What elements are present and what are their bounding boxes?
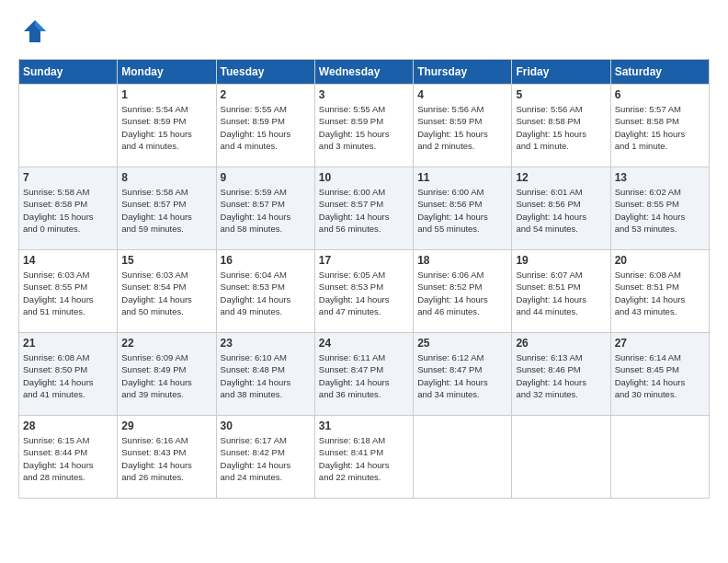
day-info: Sunrise: 5:58 AM Sunset: 8:58 PM Dayligh… [23,186,113,235]
day-number: 2 [221,88,311,101]
day-info: Sunrise: 6:17 AM Sunset: 8:42 PM Dayligh… [221,434,311,483]
day-number: 9 [221,171,311,184]
calendar-cell: 18Sunrise: 6:06 AM Sunset: 8:52 PM Dayli… [414,250,512,333]
day-info: Sunrise: 5:56 AM Sunset: 8:59 PM Dayligh… [417,103,507,152]
logo-icon [22,18,48,44]
calendar-cell: 28Sunrise: 6:15 AM Sunset: 8:44 PM Dayli… [19,416,118,499]
day-info: Sunrise: 6:08 AM Sunset: 8:51 PM Dayligh… [615,269,705,317]
day-info: Sunrise: 6:09 AM Sunset: 8:49 PM Dayligh… [121,351,211,400]
day-number: 4 [417,88,507,101]
calendar-week-row: 28Sunrise: 6:15 AM Sunset: 8:44 PM Dayli… [19,416,710,499]
day-info: Sunrise: 6:00 AM Sunset: 8:57 PM Dayligh… [319,186,409,235]
day-number: 5 [516,88,606,101]
day-number: 8 [121,171,211,184]
day-number: 26 [516,337,606,350]
day-info: Sunrise: 5:55 AM Sunset: 8:59 PM Dayligh… [319,103,409,152]
day-number: 3 [319,88,409,101]
calendar-cell: 31Sunrise: 6:18 AM Sunset: 8:41 PM Dayli… [314,416,413,499]
calendar-cell: 25Sunrise: 6:12 AM Sunset: 8:47 PM Dayli… [414,333,512,416]
day-number: 16 [221,254,311,267]
day-info: Sunrise: 6:16 AM Sunset: 8:43 PM Dayligh… [121,434,211,483]
col-header-sunday: Sunday [19,60,118,85]
day-info: Sunrise: 5:59 AM Sunset: 8:57 PM Dayligh… [221,186,311,235]
col-header-saturday: Saturday [610,60,709,85]
col-header-monday: Monday [118,60,216,85]
day-info: Sunrise: 6:15 AM Sunset: 8:44 PM Dayligh… [23,434,113,483]
day-number: 13 [615,171,705,184]
calendar-cell: 21Sunrise: 6:08 AM Sunset: 8:50 PM Dayli… [19,333,118,416]
calendar-cell: 1Sunrise: 5:54 AM Sunset: 8:59 PM Daylig… [118,85,216,167]
day-info: Sunrise: 6:10 AM Sunset: 8:48 PM Dayligh… [221,351,311,400]
day-number: 29 [121,419,211,432]
col-header-tuesday: Tuesday [216,60,314,85]
day-info: Sunrise: 6:01 AM Sunset: 8:56 PM Dayligh… [516,186,606,235]
calendar-cell: 22Sunrise: 6:09 AM Sunset: 8:49 PM Dayli… [118,333,216,416]
day-info: Sunrise: 6:12 AM Sunset: 8:47 PM Dayligh… [417,351,507,400]
calendar-cell: 5Sunrise: 5:56 AM Sunset: 8:58 PM Daylig… [512,85,610,167]
calendar-cell: 26Sunrise: 6:13 AM Sunset: 8:46 PM Dayli… [512,333,610,416]
page-header [18,18,710,44]
day-info: Sunrise: 6:18 AM Sunset: 8:41 PM Dayligh… [319,434,409,483]
day-number: 1 [121,88,211,101]
day-number: 30 [221,419,311,432]
day-number: 15 [121,254,211,267]
day-number: 28 [23,419,113,432]
day-info: Sunrise: 6:13 AM Sunset: 8:46 PM Dayligh… [516,351,606,400]
calendar-cell: 6Sunrise: 5:57 AM Sunset: 8:58 PM Daylig… [610,85,709,167]
calendar-cell: 16Sunrise: 6:04 AM Sunset: 8:53 PM Dayli… [216,250,314,333]
day-number: 31 [319,419,409,432]
calendar-cell: 4Sunrise: 5:56 AM Sunset: 8:59 PM Daylig… [414,85,512,167]
day-info: Sunrise: 6:03 AM Sunset: 8:55 PM Dayligh… [23,269,113,317]
calendar-cell [414,416,512,499]
calendar-week-row: 14Sunrise: 6:03 AM Sunset: 8:55 PM Dayli… [19,250,710,333]
calendar-cell: 24Sunrise: 6:11 AM Sunset: 8:47 PM Dayli… [314,333,413,416]
day-number: 23 [221,337,311,350]
day-info: Sunrise: 6:04 AM Sunset: 8:53 PM Dayligh… [221,269,311,317]
day-number: 24 [319,337,409,350]
calendar-cell: 14Sunrise: 6:03 AM Sunset: 8:55 PM Dayli… [19,250,118,333]
calendar-table: SundayMondayTuesdayWednesdayThursdayFrid… [18,59,710,499]
day-info: Sunrise: 5:56 AM Sunset: 8:58 PM Dayligh… [516,103,606,152]
calendar-cell: 27Sunrise: 6:14 AM Sunset: 8:45 PM Dayli… [610,333,709,416]
day-number: 21 [23,337,113,350]
calendar-cell: 20Sunrise: 6:08 AM Sunset: 8:51 PM Dayli… [610,250,709,333]
day-number: 18 [417,254,507,267]
calendar-cell: 2Sunrise: 5:55 AM Sunset: 8:59 PM Daylig… [216,85,314,167]
calendar-cell: 7Sunrise: 5:58 AM Sunset: 8:58 PM Daylig… [19,167,118,250]
day-number: 20 [615,254,705,267]
day-number: 10 [319,171,409,184]
day-info: Sunrise: 6:00 AM Sunset: 8:56 PM Dayligh… [417,186,507,235]
day-info: Sunrise: 5:58 AM Sunset: 8:57 PM Dayligh… [121,186,211,235]
calendar-cell [610,416,709,499]
day-info: Sunrise: 6:03 AM Sunset: 8:54 PM Dayligh… [121,269,211,317]
day-info: Sunrise: 6:05 AM Sunset: 8:53 PM Dayligh… [319,269,409,317]
day-number: 25 [417,337,507,350]
calendar-cell: 29Sunrise: 6:16 AM Sunset: 8:43 PM Dayli… [118,416,216,499]
calendar-cell: 17Sunrise: 6:05 AM Sunset: 8:53 PM Dayli… [314,250,413,333]
calendar-cell: 9Sunrise: 5:59 AM Sunset: 8:57 PM Daylig… [216,167,314,250]
day-number: 17 [319,254,409,267]
logo [18,18,48,44]
calendar-cell: 8Sunrise: 5:58 AM Sunset: 8:57 PM Daylig… [118,167,216,250]
calendar-cell: 23Sunrise: 6:10 AM Sunset: 8:48 PM Dayli… [216,333,314,416]
day-info: Sunrise: 6:14 AM Sunset: 8:45 PM Dayligh… [615,351,705,400]
col-header-thursday: Thursday [414,60,512,85]
calendar-cell: 15Sunrise: 6:03 AM Sunset: 8:54 PM Dayli… [118,250,216,333]
calendar-cell: 19Sunrise: 6:07 AM Sunset: 8:51 PM Dayli… [512,250,610,333]
calendar-cell: 12Sunrise: 6:01 AM Sunset: 8:56 PM Dayli… [512,167,610,250]
day-info: Sunrise: 6:02 AM Sunset: 8:55 PM Dayligh… [615,186,705,235]
calendar-cell: 3Sunrise: 5:55 AM Sunset: 8:59 PM Daylig… [314,85,413,167]
day-info: Sunrise: 6:11 AM Sunset: 8:47 PM Dayligh… [319,351,409,400]
day-number: 6 [615,88,705,101]
day-info: Sunrise: 5:54 AM Sunset: 8:59 PM Dayligh… [121,103,211,152]
day-number: 22 [121,337,211,350]
calendar-week-row: 21Sunrise: 6:08 AM Sunset: 8:50 PM Dayli… [19,333,710,416]
day-info: Sunrise: 5:57 AM Sunset: 8:58 PM Dayligh… [615,103,705,152]
calendar-week-row: 1Sunrise: 5:54 AM Sunset: 8:59 PM Daylig… [19,85,710,167]
calendar-cell [19,85,118,167]
calendar-week-row: 7Sunrise: 5:58 AM Sunset: 8:58 PM Daylig… [19,167,710,250]
calendar-cell [512,416,610,499]
day-number: 11 [417,171,507,184]
day-number: 12 [516,171,606,184]
day-info: Sunrise: 5:55 AM Sunset: 8:59 PM Dayligh… [221,103,311,152]
